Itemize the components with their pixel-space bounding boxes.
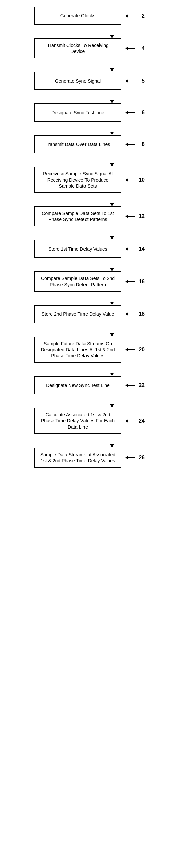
arrow-in-12 (125, 215, 135, 218)
arrowhead-down-icon (110, 444, 114, 447)
step-20: Sample Future Data Streams On Designated… (21, 337, 148, 363)
arrow-line-horizontal (128, 281, 135, 282)
arrow-line-horizontal (128, 421, 135, 422)
step-box-4: Transmit Clocks To Receiving Device (34, 38, 121, 58)
arrow-line-horizontal (128, 180, 135, 180)
connector-20 (21, 363, 148, 376)
arrowhead-down-icon (110, 35, 114, 38)
arrow-in-20 (125, 348, 135, 351)
step-number-24: 24 (139, 418, 145, 424)
connector-8 (21, 153, 148, 167)
arrowhead-down-icon (110, 100, 114, 103)
vertical-line (113, 153, 113, 163)
step-box-2: Generate Clocks (34, 7, 121, 25)
step-12: Compare Sample Data Sets To 1st Phase Sy… (21, 207, 148, 226)
arrow-line-horizontal (128, 249, 135, 249)
connector-4 (21, 58, 148, 72)
arrowhead-left-icon (125, 47, 128, 50)
vertical-line (113, 193, 113, 203)
step-22: Designate New Sync Test Line22 (21, 376, 148, 395)
arrowhead-down-icon (110, 268, 114, 272)
arrowhead-down-icon (110, 302, 114, 305)
step-24: Calculate Associated 1st & 2nd Phase Tim… (21, 408, 148, 434)
arrow-in-2 (125, 14, 135, 18)
step-14: Store 1st Time Delay Values14 (21, 240, 148, 258)
step-box-5: Generate Sync Signal (34, 72, 121, 90)
arrowhead-down-icon (110, 203, 114, 207)
arrow-in-4 (125, 47, 135, 50)
step-box-18: Store 2nd Phase Time Delay Value (34, 305, 121, 323)
arrowhead-left-icon (125, 456, 128, 459)
flowchart: Generate Clocks2Transmit Clocks To Recei… (21, 7, 148, 861)
step-box-22: Designate New Sync Test Line (34, 376, 121, 395)
arrow-in-5 (125, 80, 135, 83)
step-number-8: 8 (142, 142, 145, 147)
arrow-line-horizontal (128, 16, 135, 16)
arrowhead-left-icon (125, 80, 128, 83)
connector-12 (21, 226, 148, 240)
arrowhead-left-icon (125, 420, 128, 423)
arrowhead-left-icon (125, 143, 128, 146)
arrowhead-left-icon (125, 111, 128, 114)
arrow-in-10 (125, 178, 135, 182)
arrowhead-down-icon (110, 404, 114, 408)
arrow-in-18 (125, 312, 135, 316)
step-box-8: Transmit Data Over Data Lines (34, 135, 121, 153)
step-26: Sample Data Streams at Associated 1st & … (21, 447, 148, 467)
arrow-line-horizontal (128, 314, 135, 314)
vertical-line (113, 226, 113, 237)
connector-10 (21, 193, 148, 207)
vertical-line (113, 434, 113, 444)
step-box-14: Store 1st Time Delay Values (34, 240, 121, 258)
step-number-10: 10 (139, 177, 145, 183)
step-number-6: 6 (142, 110, 145, 116)
connector-18 (21, 323, 148, 337)
arrowhead-left-icon (125, 280, 128, 283)
step-box-6: Designate Sync Test Line (34, 103, 121, 122)
arrowhead-down-icon (110, 373, 114, 376)
arrowhead-down-icon (110, 163, 114, 167)
connector-6 (21, 122, 148, 135)
arrow-in-8 (125, 143, 135, 146)
step-number-20: 20 (139, 347, 145, 353)
connector-16 (21, 292, 148, 305)
vertical-line (113, 363, 113, 373)
step-number-4: 4 (142, 45, 145, 51)
step-2: Generate Clocks2 (21, 7, 148, 25)
vertical-line (113, 258, 113, 268)
step-number-18: 18 (139, 311, 145, 317)
step-number-5: 5 (142, 78, 145, 84)
step-number-26: 26 (139, 455, 145, 461)
connector-14 (21, 258, 148, 272)
step-18: Store 2nd Phase Time Delay Value18 (21, 305, 148, 323)
step-box-26: Sample Data Streams at Associated 1st & … (34, 447, 121, 467)
step-box-24: Calculate Associated 1st & 2nd Phase Tim… (34, 408, 121, 434)
step-10: Receive & Sample Sync Signal At Receivin… (21, 167, 148, 193)
step-box-20: Sample Future Data Streams On Designated… (34, 337, 121, 363)
vertical-line (113, 292, 113, 302)
arrow-in-6 (125, 111, 135, 114)
vertical-line (113, 395, 113, 404)
arrowhead-down-icon (110, 237, 114, 240)
arrow-in-24 (125, 420, 135, 423)
connector-2 (21, 25, 148, 38)
arrowhead-down-icon (110, 132, 114, 135)
arrowhead-down-icon (110, 334, 114, 337)
vertical-line (113, 323, 113, 334)
arrowhead-left-icon (125, 247, 128, 251)
arrowhead-left-icon (125, 348, 128, 351)
vertical-line (113, 25, 113, 35)
arrow-line-horizontal (128, 113, 135, 113)
step-box-16: Compare Sample Data Sets To 2nd Phase Sy… (34, 272, 121, 291)
vertical-line (113, 122, 113, 132)
step-number-2: 2 (142, 13, 145, 19)
arrow-line-horizontal (128, 81, 135, 81)
arrow-line-horizontal (128, 216, 135, 217)
arrowhead-down-icon (110, 68, 114, 72)
step-number-12: 12 (139, 213, 145, 219)
step-5: Generate Sync Signal5 (21, 72, 148, 90)
step-number-22: 22 (139, 382, 145, 389)
step-6: Designate Sync Test Line6 (21, 103, 148, 122)
vertical-line (113, 58, 113, 68)
connector-22 (21, 395, 148, 408)
